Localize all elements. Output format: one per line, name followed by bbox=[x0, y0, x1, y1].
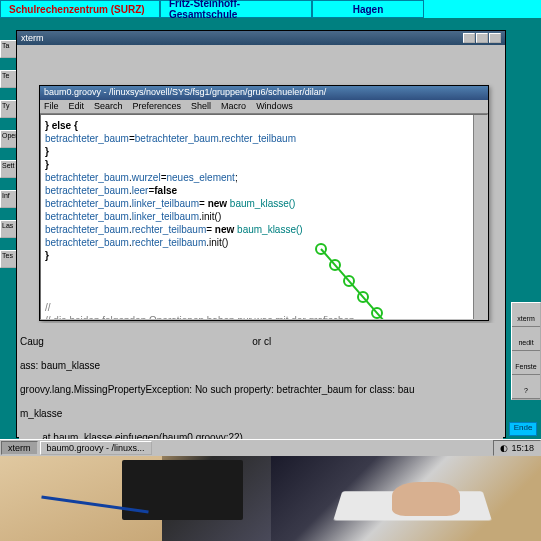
xterm-title-text: xterm bbox=[21, 33, 44, 43]
menu-file[interactable]: File bbox=[44, 101, 59, 112]
taskbar-xterm[interactable]: xterm bbox=[1, 441, 38, 455]
menu-search[interactable]: Search bbox=[94, 101, 123, 112]
dock-item[interactable]: ? bbox=[512, 375, 540, 399]
taskbar: xterm baum0.groovy - /linuxs... ◐ 15:18 bbox=[0, 439, 541, 456]
menu-macro[interactable]: Macro bbox=[221, 101, 246, 112]
menu-preferences[interactable]: Preferences bbox=[133, 101, 182, 112]
end-button[interactable]: Ende bbox=[509, 422, 537, 436]
photo-strip bbox=[0, 456, 541, 541]
xterm-titlebar[interactable]: xterm bbox=[17, 31, 505, 45]
classroom-photo-2 bbox=[271, 456, 542, 541]
top-info-bar: Schulrechenzentrum (SURZ) Fritz-Steinhof… bbox=[0, 0, 541, 18]
classroom-photo-1 bbox=[0, 456, 271, 541]
nedit-window[interactable]: baum0.groovy - /linuxsys/novell/SYS/fsg1… bbox=[39, 85, 489, 321]
xterm-window[interactable]: xterm baum0.groovy - /linuxsys/novell/SY… bbox=[16, 30, 506, 438]
maximize-icon[interactable] bbox=[476, 33, 488, 43]
scrollbar[interactable] bbox=[473, 115, 487, 319]
menu-edit[interactable]: Edit bbox=[69, 101, 85, 112]
tray-icon[interactable]: ◐ bbox=[500, 443, 508, 453]
dock-item[interactable]: nedit bbox=[512, 327, 540, 351]
dock-item[interactable]: Fenste bbox=[512, 351, 540, 375]
clock: 15:18 bbox=[511, 443, 534, 453]
dock-item[interactable]: xterm bbox=[512, 303, 540, 327]
code-editor[interactable]: } else { betrachteter_baum=betrachteter_… bbox=[40, 114, 488, 320]
nedit-title-text: baum0.groovy - /linuxsys/novell/SYS/fsg1… bbox=[44, 87, 326, 97]
close-icon[interactable] bbox=[489, 33, 501, 43]
system-tray: ◐ 15:18 bbox=[493, 440, 541, 456]
org-label: Schulrechenzentrum (SURZ) bbox=[0, 0, 160, 18]
menu-shell[interactable]: Shell bbox=[191, 101, 211, 112]
menu-windows[interactable]: Windows bbox=[256, 101, 293, 112]
taskbar-nedit[interactable]: baum0.groovy - /linuxs... bbox=[40, 441, 152, 455]
school-label: Fritz-Steinhoff-Gesamtschule bbox=[160, 0, 312, 18]
minimize-icon[interactable] bbox=[463, 33, 475, 43]
nedit-titlebar[interactable]: baum0.groovy - /linuxsys/novell/SYS/fsg1… bbox=[40, 86, 488, 100]
right-dock: xterm nedit Fenste ? bbox=[511, 302, 541, 400]
city-label: Hagen bbox=[312, 0, 424, 18]
nedit-menubar: File Edit Search Preferences Shell Macro… bbox=[40, 100, 488, 114]
